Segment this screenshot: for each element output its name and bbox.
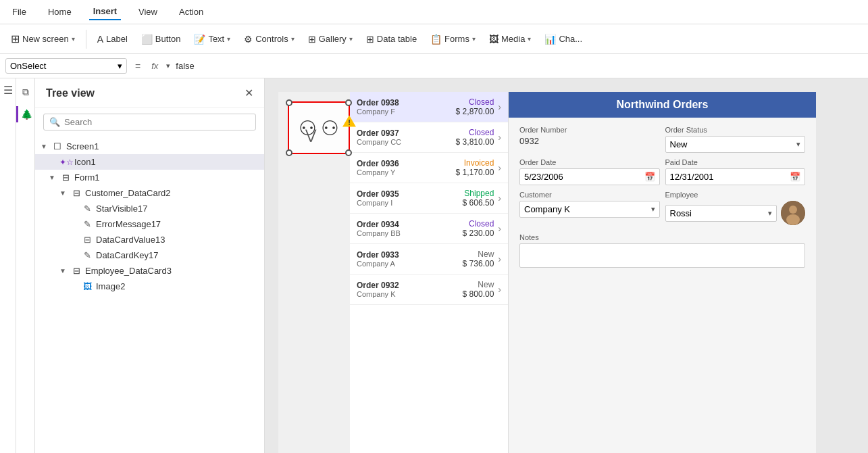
paid-date-value: 12/31/2001	[670, 172, 788, 182]
hamburger-icon[interactable]: ☰	[3, 84, 13, 97]
employee-select[interactable]: Rossi ▾	[665, 205, 777, 222]
resize-handle-tl[interactable]	[286, 99, 292, 106]
order-date-value: 5/23/2006	[524, 172, 642, 182]
menu-view[interactable]: View	[134, 4, 161, 20]
search-input[interactable]	[64, 117, 250, 127]
order-status-0933: New	[463, 249, 494, 259]
order-status-amount-0938: Closed $ 2,870.00	[456, 97, 494, 116]
order-date-input[interactable]: 5/23/2006 📅	[519, 168, 660, 185]
datacardkey17-icon: ✎	[81, 250, 93, 260]
order-row-0936[interactable]: Order 0936 Company Y Invoiced $ 1,170.00…	[350, 153, 508, 183]
toolbar-divider-1	[86, 30, 86, 49]
order-company-0935: Company I	[357, 199, 463, 207]
order-row-0932[interactable]: Order 0932 Company K New $ 800.00 ›	[350, 275, 508, 305]
order-status-amount-0934: Closed $ 230.00	[463, 219, 494, 238]
media-button[interactable]: 🖼 Media ▾	[484, 31, 536, 47]
customer-chevron-icon: ▾	[651, 205, 655, 214]
order-number-0936: Order 0936	[357, 159, 456, 168]
sidebar-panel-icons: ⧉ 🌲	[16, 78, 35, 453]
icon-widget[interactable]: ⚇ ⚇ ⋁ !	[288, 101, 350, 154]
tree-node-form1[interactable]: ▼ ⊟ Form1	[35, 170, 264, 185]
starvisible17-icon: ✎	[81, 204, 93, 214]
order-row-0935[interactable]: Order 0935 Company I Shipped $ 606.50 ›	[350, 183, 508, 214]
employee-chevron-icon: ▾	[768, 209, 772, 218]
tree-close-icon[interactable]: ✕	[245, 87, 253, 99]
forms-btn-label: Forms	[444, 34, 469, 44]
form-field-order-number: Order Number 0932	[519, 126, 660, 153]
layers-icon[interactable]: ⧉	[20, 84, 32, 101]
tree-node-datacardkey17-label: DataCardKey17	[96, 250, 159, 260]
formula-bar: OnSelect ▾ = fx ▾	[0, 54, 868, 78]
tree-node-datacardvalue13[interactable]: ⊟ DataCardValue13	[35, 232, 264, 247]
order-status-select[interactable]: New ▾	[665, 136, 806, 153]
resize-handle-br[interactable]	[345, 149, 352, 156]
order-company-0938: Company F	[357, 108, 456, 116]
tree-node-icon1[interactable]: ✦☆ Icon1	[35, 154, 264, 170]
menu-home[interactable]: Home	[44, 4, 76, 20]
order-row-0938[interactable]: Order 0938 Company F Closed $ 2,870.00 ›	[350, 92, 508, 122]
gallery-chevron-icon: ▾	[349, 35, 353, 43]
form-field-customer: Customer Company K ▾	[519, 191, 660, 225]
tree-node-customer-datacard2[interactable]: ▼ ⊟ Customer_DataCard2	[35, 185, 264, 201]
text-button[interactable]: 📝 Text ▾	[188, 31, 236, 47]
customer-select[interactable]: Company K ▾	[519, 201, 660, 218]
tree-node-employee-datacard3-label: Employee_DataCard3	[85, 266, 172, 276]
tree-node-icon1-label: Icon1	[74, 157, 96, 167]
order-chevron-0938-icon: ›	[494, 101, 501, 112]
order-chevron-0937-icon: ›	[494, 132, 501, 143]
tree-node-starvisible17[interactable]: ✎ StarVisible17	[35, 201, 264, 216]
text-icon: 📝	[194, 34, 205, 45]
form-field-order-status: Order Status New ▾	[665, 126, 806, 153]
formula-input[interactable]	[176, 61, 863, 71]
tree-node-starvisible17-label: StarVisible17	[96, 204, 147, 214]
menu-insert[interactable]: Insert	[89, 3, 121, 20]
tree-node-errormessage17[interactable]: ✎ ErrorMessage17	[35, 216, 264, 232]
tree-icon[interactable]: 🌲	[16, 106, 35, 122]
order-chevron-0932-icon: ›	[494, 284, 501, 295]
form-field-order-date: Order Date 5/23/2006 📅	[519, 158, 660, 185]
charts-icon: 📊	[544, 34, 556, 45]
button-button[interactable]: ⬜ Button	[136, 31, 186, 47]
formula-eq-sign: =	[132, 61, 143, 72]
order-amount-0932: $ 800.00	[463, 289, 494, 299]
charts-button[interactable]: 📊 Cha...	[539, 31, 588, 47]
order-row-0933[interactable]: Order 0933 Company A New $ 736.00 ›	[350, 244, 508, 275]
gallery-icon: ⊞	[308, 34, 316, 45]
notes-input[interactable]	[519, 243, 805, 268]
tree-node-image2[interactable]: 🖼 Image2	[35, 279, 264, 294]
employee-select-value: Rossi	[670, 208, 692, 218]
tree-node-screen1[interactable]: ▼ ☐ Screen1	[35, 139, 264, 154]
employee-datacard3-icon: ⊟	[70, 266, 82, 276]
label-button[interactable]: A Label	[92, 31, 133, 47]
order-date-label: Order Date	[519, 158, 660, 166]
resize-handle-bl[interactable]	[286, 149, 292, 156]
new-screen-button[interactable]: ⊞ New screen ▾	[5, 30, 80, 48]
order-company-0932: Company K	[357, 290, 463, 298]
paid-date-input[interactable]: 12/31/2001 📅	[665, 168, 806, 185]
tree-node-employee-datacard3[interactable]: ▼ ⊟ Employee_DataCard3	[35, 263, 264, 279]
tree-node-errormessage17-label: ErrorMessage17	[96, 219, 161, 229]
gallery-button[interactable]: ⊞ Gallery ▾	[303, 31, 358, 47]
data-table-button[interactable]: ⊞ Data table	[361, 31, 422, 47]
forms-button[interactable]: 📋 Forms ▾	[425, 31, 481, 47]
controls-button[interactable]: ⚙ Controls ▾	[238, 31, 299, 47]
order-status-0937: Closed	[456, 128, 494, 137]
main-layout: ☰ ⧉ 🌲 Tree view ✕ 🔍 ▼ ☐ Screen1 ✦☆ Ico	[0, 78, 868, 453]
expand-screen1-icon: ▼	[41, 143, 49, 150]
order-info-0932: Order 0932 Company K	[357, 281, 463, 298]
resize-handle-tr[interactable]	[345, 99, 352, 106]
order-status-select-value: New	[670, 139, 688, 149]
canvas-area: ⚇ ⚇ ⋁ ! Order 0938	[265, 78, 868, 453]
tree-node-datacardkey17[interactable]: ✎ DataCardKey17	[35, 247, 264, 263]
order-status-amount-0933: New $ 736.00	[463, 249, 494, 268]
avatar	[781, 201, 805, 225]
menu-action[interactable]: Action	[175, 4, 207, 20]
employee-row: Rossi ▾	[665, 201, 806, 225]
order-amount-0934: $ 230.00	[463, 229, 494, 238]
order-number-0934: Order 0934	[357, 220, 463, 229]
order-row-0934[interactable]: Order 0934 Company BB Closed $ 230.00 ›	[350, 214, 508, 244]
order-number-0937: Order 0937	[357, 128, 456, 138]
formula-dropdown[interactable]: OnSelect ▾	[5, 58, 127, 74]
order-row-0937[interactable]: Order 0937 Company CC Closed $ 3,810.00 …	[350, 122, 508, 153]
menu-file[interactable]: File	[8, 4, 30, 20]
